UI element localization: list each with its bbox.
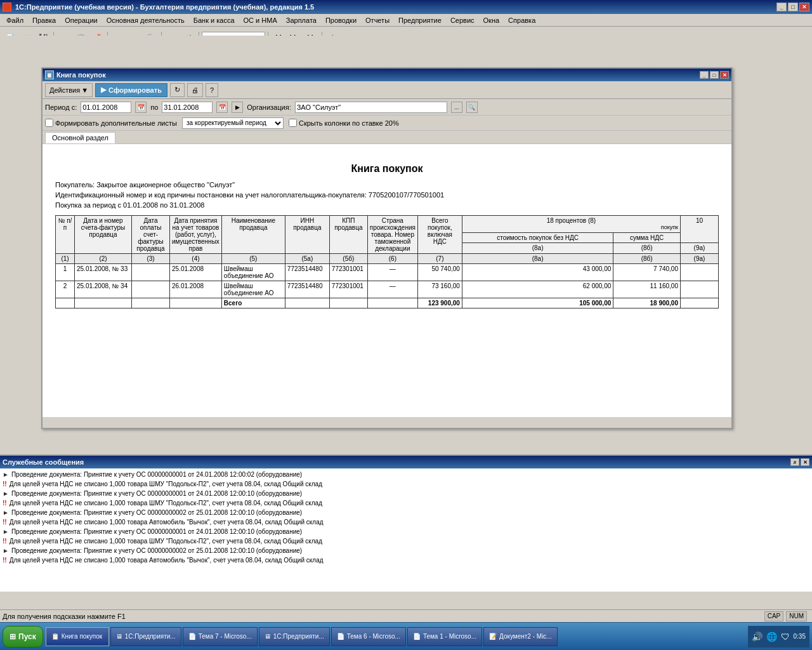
options-row: Формировать дополнительные листы за корр… <box>43 116 731 131</box>
tray-icon-3: 🛡 <box>781 632 790 642</box>
menu-reports[interactable]: Отчеты <box>362 15 393 25</box>
row2-kpp: 772301001 <box>329 281 367 298</box>
taskbar-item-tema1-label: Тема 1 - Microso... <box>423 633 476 640</box>
menu-operations[interactable]: Операции <box>61 15 101 25</box>
org-search[interactable]: 🔍 <box>466 102 478 113</box>
warn-icon: !! <box>3 537 7 545</box>
taskbar-item-tema6[interactable]: 📄 Тема 6 - Microso... <box>331 627 406 646</box>
org-input[interactable] <box>295 102 447 113</box>
num-indicator: NUM <box>786 611 807 621</box>
menu-windows[interactable]: Окна <box>480 15 504 25</box>
service-msg-7: !! Для целей учета НДС не списано 1,000 … <box>3 536 809 546</box>
menu-service[interactable]: Сервис <box>447 15 478 25</box>
additional-sheets-checkbox[interactable] <box>45 119 53 127</box>
service-msg-1: !! Для целей учета НДС не списано 1,000 … <box>3 479 809 489</box>
clock-time: 0:35 <box>794 633 806 640</box>
tab-main-section-label: Основной раздел <box>52 134 108 142</box>
col-country-header: Страна происхождения товара. Номер тамож… <box>367 216 417 254</box>
service-content[interactable]: ► Проведение документа: Принятие к учету… <box>0 468 812 592</box>
app-icon <box>3 3 11 11</box>
menu-bank[interactable]: Банк и касса <box>190 15 239 25</box>
help-button[interactable]: ? <box>206 83 218 97</box>
form-button[interactable]: ▶ Сформировать <box>95 83 167 97</box>
taskbar-item-tema1[interactable]: 📄 Тема 1 - Microso... <box>407 627 482 646</box>
service-pin-button[interactable]: # <box>790 458 799 466</box>
period-from-calendar[interactable]: 📅 <box>135 102 147 113</box>
org-chooser[interactable]: ... <box>451 102 462 113</box>
menu-enterprise[interactable]: Предприятие <box>395 15 445 25</box>
row1-vat18: 7 740,00 <box>613 264 681 281</box>
row1-kpp: 772301001 <box>329 264 367 281</box>
inner-close-button[interactable]: ✕ <box>720 71 729 79</box>
menu-os[interactable]: ОС и НМА <box>240 15 281 25</box>
hide-columns-label[interactable]: Скрыть колонки по ставке 20% <box>289 119 399 127</box>
status-hint: Для получения подсказки нажмите F1 <box>3 613 126 620</box>
ok-icon: ► <box>3 527 9 536</box>
hide-columns-checkbox[interactable] <box>289 119 297 127</box>
warn-icon: !! <box>3 556 7 564</box>
taskbar-item-1c2[interactable]: 🖥 1С:Предприяти... <box>259 627 330 646</box>
service-msg-6-text: Проведение документа: Принятие к учету О… <box>11 527 302 536</box>
windows-icon: ⊞ <box>10 632 16 641</box>
col-vat18-index-row: (8б) <box>613 254 681 264</box>
col-invoice-index-row: (2) <box>75 254 132 264</box>
refresh-button[interactable]: ↻ <box>170 83 185 97</box>
maximize-button[interactable]: □ <box>788 3 798 11</box>
period-chooser[interactable]: ▶ <box>232 102 243 113</box>
report-info-1: Идентификационный номер и код причины по… <box>55 191 719 199</box>
period-from-label: Период с: <box>45 103 77 111</box>
inner-maximize-button[interactable]: □ <box>710 71 719 79</box>
additional-sheets-label: Формировать дополнительные листы <box>55 119 177 127</box>
row2-inn: 7723514480 <box>285 281 329 298</box>
row2-base10 <box>681 281 719 298</box>
title-bar-buttons: _ □ ✕ <box>776 3 809 11</box>
tray-icon-2: 🌐 <box>766 632 777 642</box>
period-to-input[interactable] <box>162 102 213 113</box>
period-from-input[interactable] <box>81 102 131 113</box>
service-msg-8: ► Проведение документа: Принятие к учету… <box>3 546 809 555</box>
minimize-button[interactable]: _ <box>776 3 787 11</box>
taskbar-item-purchases[interactable]: 📋 Книга покупок <box>46 627 109 646</box>
row2-acceptdate: 26.01.2008 <box>170 281 222 298</box>
total-num <box>56 298 75 308</box>
taskbar-item-doc2[interactable]: 📝 Документ2 - Mic... <box>483 627 558 646</box>
col-total-index-row: (7) <box>417 254 462 264</box>
col-acceptdate-index-row: (4) <box>170 254 222 264</box>
row2-base18: 62 000,00 <box>462 281 613 298</box>
taskbar-item-tema7[interactable]: 📄 Тема 7 - Microso... <box>183 627 258 646</box>
play-icon: ▶ <box>101 86 106 94</box>
org-label: Организация: <box>247 103 291 111</box>
menu-file[interactable]: Файл <box>3 15 27 25</box>
menu-salary[interactable]: Зарплата <box>282 15 320 25</box>
total-base10 <box>681 298 719 308</box>
report-area[interactable]: Книга покупок Покупатель: Закрытое акцио… <box>43 144 731 417</box>
inner-title-bar: 📋 Книга покупок _ □ ✕ <box>43 69 731 81</box>
service-title-bar: Служебные сообщения # ✕ <box>0 456 812 468</box>
menu-entries[interactable]: Проводки <box>322 15 360 25</box>
close-button[interactable]: ✕ <box>799 3 809 11</box>
service-title: Служебные сообщения <box>3 458 84 466</box>
period-to-calendar[interactable]: 📅 <box>216 102 228 113</box>
taskbar-item-purchases-icon: 📋 <box>51 633 59 640</box>
tab-main-section[interactable]: Основной раздел <box>45 132 115 143</box>
report-info-2: Покупка за период с 01.01.2008 по 31.01.… <box>55 201 719 209</box>
total-paydate <box>132 298 170 308</box>
total-row: Всего 123 900,00 105 000,00 18 900,00 <box>56 298 719 308</box>
row2-invoice: 25.01.2008, № 34 <box>75 281 132 298</box>
print-button[interactable]: 🖨 <box>187 83 203 97</box>
actions-dropdown[interactable]: Действия ▼ <box>45 83 93 97</box>
start-button[interactable]: ⊞ Пуск <box>3 626 43 647</box>
inner-minimize-button[interactable]: _ <box>700 71 709 79</box>
service-panel: Служебные сообщения # ✕ ► Проведение док… <box>0 454 812 594</box>
menu-edit[interactable]: Правка <box>29 15 60 25</box>
additional-sheets-checkbox-label[interactable]: Формировать дополнительные листы <box>45 119 177 127</box>
taskbar-item-1c1[interactable]: 🖥 1С:Предприяти... <box>110 627 181 646</box>
period-type-select[interactable]: за корректируемый период <box>182 117 284 129</box>
status-bar: Для получения подсказки нажмите F1 CAP N… <box>0 609 812 622</box>
taskbar-item-tema7-icon: 📄 <box>188 633 196 640</box>
menu-help[interactable]: Справка <box>504 15 539 25</box>
service-msg-3: !! Для целей учета НДС не списано 1,000 … <box>3 498 809 508</box>
status-indicators: CAP NUM <box>764 611 807 621</box>
menu-main-activity[interactable]: Основная деятельность <box>103 15 188 25</box>
service-close-button[interactable]: ✕ <box>801 458 809 466</box>
